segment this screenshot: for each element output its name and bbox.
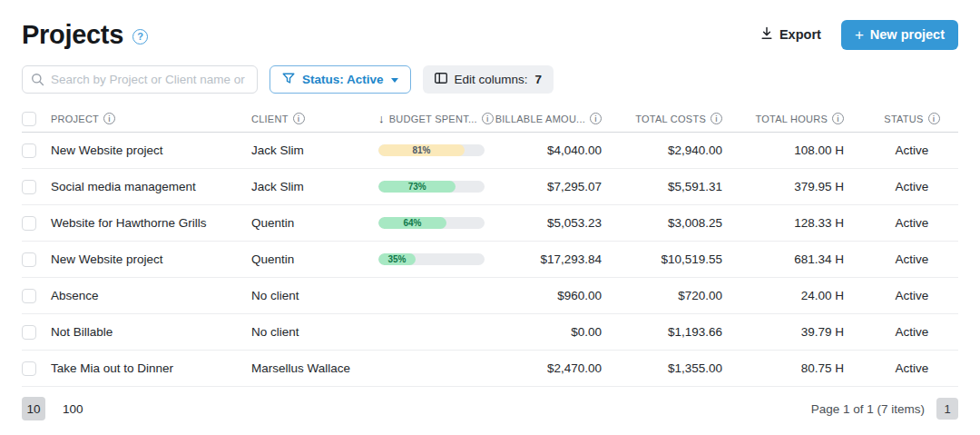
column-header-project[interactable]: PROJECT i: [51, 113, 251, 124]
info-icon: i: [293, 113, 305, 124]
header-actions: Export + New project: [760, 20, 958, 50]
client-cell: No client: [251, 289, 378, 302]
total-costs-cell: $1,355.00: [623, 361, 744, 375]
total-costs-cell: $720.00: [623, 289, 744, 302]
column-label: STATUS: [884, 114, 923, 124]
page-size-selector: 10 100: [22, 397, 87, 420]
edit-columns-label: Edit columns:: [455, 73, 528, 86]
budget-spent-cell: 73%: [378, 181, 505, 193]
page-summary: Page 1 of 1 (7 items): [811, 402, 925, 416]
row-checkbox[interactable]: [22, 325, 36, 340]
total-hours-cell: 24.00 H: [744, 289, 866, 302]
row-checkbox[interactable]: [22, 143, 36, 158]
projects-table: PROJECT i CLIENT i ↓ BUDGET SPENT... i B…: [22, 105, 958, 387]
project-name: Not Billable: [51, 325, 113, 339]
info-icon: i: [710, 113, 722, 124]
table-header-row: PROJECT i CLIENT i ↓ BUDGET SPENT... i B…: [22, 105, 958, 133]
column-label: PROJECT: [51, 114, 99, 124]
budget-percent-label: 73%: [408, 181, 426, 193]
project-name-cell: Website for Hawthorne Grills: [51, 216, 251, 230]
select-all-checkbox[interactable]: [22, 112, 36, 126]
column-header-total-costs[interactable]: TOTAL COSTS i: [623, 113, 744, 124]
column-header-status[interactable]: STATUS i: [866, 113, 958, 124]
table-row[interactable]: Website for Hawthorne Grills Quentin 64%…: [22, 205, 958, 242]
info-icon: i: [590, 113, 602, 124]
page-1-button[interactable]: 1: [936, 398, 958, 420]
project-name-cell: Social media management: [51, 180, 251, 193]
project-name: Absence: [51, 289, 99, 302]
edit-columns-button[interactable]: Edit columns: 7: [423, 65, 554, 94]
page-size-10-button[interactable]: 10: [22, 397, 45, 420]
total-hours-cell: 128.33 H: [744, 216, 866, 230]
column-header-billable-amount[interactable]: BILLABLE AMOU... i: [505, 113, 623, 124]
status-cell: Active: [866, 252, 958, 266]
export-button[interactable]: Export: [760, 26, 821, 43]
help-icon[interactable]: ?: [132, 29, 148, 44]
project-name: Take Mia out to Dinner: [51, 361, 173, 375]
status-cell: Active: [866, 143, 958, 157]
row-checkbox[interactable]: [22, 252, 36, 267]
billable-amount-cell: $2,470.00: [505, 361, 623, 375]
client-cell: No client: [251, 325, 378, 339]
client-cell: Jack Slim: [251, 143, 378, 157]
project-name: Website for Hawthorne Grills: [51, 216, 207, 230]
column-label: TOTAL HOURS: [755, 114, 828, 124]
row-checkbox-cell: [22, 216, 51, 231]
billable-amount-cell: $17,293.84: [505, 252, 623, 266]
column-label: CLIENT: [251, 114, 289, 124]
billable-amount-cell: $5,053.23: [505, 216, 623, 230]
table-body: New Website project Jack Slim 81% $4,040…: [22, 133, 958, 387]
page-size-100-button[interactable]: 100: [59, 397, 87, 420]
row-checkbox-cell: [22, 289, 51, 303]
status-filter-button[interactable]: Status: Active: [270, 65, 411, 94]
budget-progress-bar: 35%: [378, 253, 485, 265]
row-checkbox-cell: [22, 325, 51, 340]
status-cell: Active: [866, 180, 958, 193]
column-header-budget-spent[interactable]: ↓ BUDGET SPENT... i: [378, 112, 505, 125]
row-checkbox-cell: [22, 180, 51, 194]
row-checkbox[interactable]: [22, 216, 36, 231]
project-name-cell: New Website project: [51, 143, 251, 157]
billable-amount-cell: $4,040.00: [505, 143, 623, 157]
budget-percent-label: 35%: [387, 253, 406, 265]
project-name-cell: New Website project: [51, 252, 251, 266]
info-icon: i: [482, 113, 494, 124]
client-cell: Marsellus Wallace: [251, 361, 378, 375]
column-header-total-hours[interactable]: TOTAL HOURS i: [744, 113, 866, 124]
new-project-button[interactable]: + New project: [841, 20, 958, 50]
status-cell: Active: [866, 325, 958, 339]
page-header: Projects ? Export + New project: [22, 16, 958, 53]
total-hours-cell: 80.75 H: [744, 361, 866, 375]
table-row[interactable]: Absence No client $960.00 $720.00 24.00 …: [22, 278, 958, 314]
project-name: New Website project: [51, 143, 163, 157]
status-cell: Active: [866, 361, 958, 375]
table-row[interactable]: Social media management Jack Slim 73% $7…: [22, 169, 958, 205]
table-row[interactable]: Not Billable No client $0.00 $1,193.66 3…: [22, 314, 958, 351]
header-checkbox-cell: [22, 112, 51, 126]
column-header-client[interactable]: CLIENT i: [251, 113, 378, 124]
budget-progress-fill: 73%: [378, 181, 456, 193]
project-name: Social media management: [51, 180, 196, 193]
budget-progress-bar: 73%: [378, 181, 485, 193]
budget-spent-cell: 81%: [378, 144, 505, 156]
row-checkbox[interactable]: [22, 289, 36, 303]
columns-icon: [435, 73, 447, 86]
total-costs-cell: $5,591.31: [623, 180, 744, 193]
budget-progress-bar: 64%: [378, 217, 485, 229]
table-row[interactable]: New Website project Jack Slim 81% $4,040…: [22, 133, 958, 169]
table-row[interactable]: Take Mia out to Dinner Marsellus Wallace…: [22, 351, 958, 387]
budget-spent-cell: 64%: [378, 217, 505, 229]
status-cell: Active: [866, 216, 958, 230]
row-checkbox[interactable]: [22, 180, 36, 194]
budget-percent-label: 81%: [412, 144, 430, 156]
new-project-label: New project: [870, 27, 945, 42]
total-costs-cell: $10,519.55: [623, 252, 744, 266]
search-input[interactable]: [22, 65, 258, 94]
project-name-cell: Absence: [51, 289, 251, 302]
row-checkbox[interactable]: [22, 361, 36, 376]
table-row[interactable]: New Website project Quentin 35% $17,293.…: [22, 242, 958, 278]
status-filter-label: Status: Active: [302, 73, 384, 86]
project-name: New Website project: [51, 252, 163, 266]
pagination-bar: 10 100 Page 1 of 1 (7 items) 1: [22, 395, 958, 422]
total-hours-cell: 108.00 H: [744, 143, 866, 157]
